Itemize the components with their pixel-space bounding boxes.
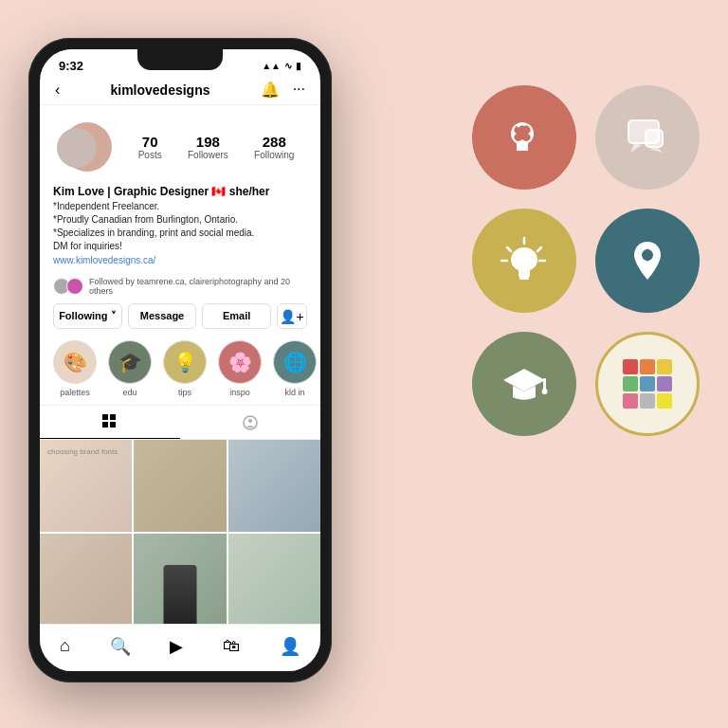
- bottom-nav: ⌂ 🔍 ▶ 🛍 👤: [40, 624, 320, 671]
- bio-section: Kim Love | Graphic Designer 🇨🇦 she/her *…: [40, 185, 320, 273]
- swatch-purple: [657, 376, 672, 391]
- svg-rect-2: [102, 422, 108, 428]
- highlight-label-kld: kld in: [284, 388, 304, 397]
- bio-name: Kim Love | Graphic Designer 🇨🇦 she/her: [53, 185, 307, 198]
- profile-nav-icon[interactable]: 👤: [280, 636, 300, 657]
- shop-nav-icon[interactable]: 🛍: [223, 636, 240, 656]
- svg-rect-1: [110, 414, 116, 420]
- posts-count: 70: [138, 134, 162, 150]
- swatch-red: [623, 359, 638, 374]
- message-button[interactable]: Message: [128, 303, 197, 329]
- highlight-kld[interactable]: 🌐 kld in: [273, 340, 317, 397]
- home-nav-icon[interactable]: ⌂: [60, 636, 70, 656]
- swatch-bright-yellow: [657, 393, 672, 409]
- more-options-icon[interactable]: ···: [293, 81, 305, 99]
- svg-rect-7: [517, 143, 528, 151]
- bulb-icon-circle[interactable]: [472, 209, 576, 313]
- bulb-icon: [498, 234, 551, 287]
- stat-followers[interactable]: 198 Followers: [188, 134, 228, 160]
- highlight-circle-tips: 💡: [163, 340, 207, 384]
- svg-marker-9: [630, 143, 642, 153]
- highlight-edu[interactable]: 🎓 edu: [108, 340, 152, 397]
- notification-icon[interactable]: 🔔: [261, 81, 280, 99]
- tagged-tab[interactable]: [180, 406, 320, 439]
- grid-cell-1[interactable]: choosing brand fonts: [40, 440, 132, 532]
- highlight-tips[interactable]: 💡 tips: [163, 340, 207, 397]
- highlight-label-tips: tips: [178, 388, 191, 397]
- grid-tab[interactable]: [40, 406, 180, 439]
- highlight-label-edu: edu: [122, 388, 136, 397]
- avatar: [53, 115, 118, 179]
- palette-icon-circle[interactable]: [595, 332, 700, 436]
- grid-cell-3[interactable]: [228, 440, 320, 532]
- signal-icon: ▲▲: [262, 61, 281, 71]
- brain-icon: [498, 111, 551, 164]
- swatch-yellow: [657, 359, 672, 374]
- search-nav-icon[interactable]: 🔍: [110, 636, 131, 657]
- svg-line-13: [537, 247, 541, 251]
- svg-point-5: [248, 419, 252, 423]
- battery-icon: ▮: [296, 61, 301, 71]
- globe-icon-circle[interactable]: [595, 209, 700, 313]
- status-time: 9:32: [59, 59, 83, 73]
- highlight-circle-palettes: 🎨: [53, 340, 97, 384]
- add-person-icon: 👤+: [280, 309, 303, 324]
- highlight-circle-inspo: 🌸: [218, 340, 262, 384]
- followers-label: Followers: [188, 150, 228, 160]
- action-buttons: Following ˅ Message Email 👤+: [40, 300, 320, 337]
- status-icons: ▲▲ ∿ ▮: [262, 61, 301, 71]
- highlight-palettes[interactable]: 🎨 palettes: [53, 340, 97, 397]
- grid-cell-4[interactable]: [40, 534, 132, 626]
- highlight-label-palettes: palettes: [60, 388, 90, 397]
- swatch-gray: [640, 393, 655, 409]
- phone-mockup: 9:32 ▲▲ ∿ ▮ ‹ kimlovedesigns 🔔 ···: [28, 38, 332, 682]
- grad-icon-circle[interactable]: [472, 332, 576, 436]
- posts-label: Posts: [138, 150, 162, 160]
- followers-count: 198: [188, 134, 228, 150]
- highlight-circle-kld: 🌐: [273, 340, 317, 384]
- highlight-circle-edu: 🎓: [108, 340, 152, 384]
- swatch-blue: [640, 376, 655, 391]
- swatch-pink: [623, 393, 638, 409]
- email-button[interactable]: Email: [202, 303, 271, 329]
- following-count: 288: [254, 134, 294, 150]
- back-button[interactable]: ‹: [55, 82, 60, 99]
- svg-rect-0: [102, 414, 108, 420]
- following-button[interactable]: Following ˅: [53, 303, 122, 329]
- phone-screen: 9:32 ▲▲ ∿ ▮ ‹ kimlovedesigns 🔔 ···: [40, 49, 320, 671]
- highlight-inspo[interactable]: 🌸 inspo: [218, 340, 262, 397]
- inspo-icon: 🌸: [228, 351, 252, 373]
- svg-marker-22: [503, 369, 545, 391]
- kld-icon: 🌐: [283, 351, 307, 373]
- tagged-icon: [242, 414, 259, 431]
- stat-posts: 70 Posts: [138, 134, 162, 160]
- reels-nav-icon[interactable]: ▶: [170, 636, 183, 657]
- status-bar: 9:32 ▲▲ ∿ ▮: [40, 49, 320, 77]
- swatch-orange: [640, 359, 655, 374]
- tips-icon: 💡: [173, 351, 197, 373]
- grid-cell-5[interactable]: [134, 534, 226, 626]
- svg-rect-3: [110, 422, 116, 428]
- chat-icon-circle[interactable]: [595, 85, 700, 190]
- grid-cell-2[interactable]: [134, 440, 226, 532]
- svg-line-16: [507, 247, 511, 251]
- highlight-label-inspo: inspo: [229, 388, 250, 397]
- profile-username: kimlovedesigns: [110, 82, 209, 98]
- globe-icon: [621, 234, 674, 287]
- highlights-row: 🎨 palettes 🎓 edu 💡 tips 🌸 inspo 🌐: [40, 337, 320, 405]
- following-label: Following: [254, 150, 294, 160]
- palettes-icon: 🎨: [64, 351, 87, 373]
- wifi-icon: ∿: [284, 61, 292, 71]
- svg-point-24: [542, 389, 548, 394]
- add-person-button[interactable]: 👤+: [277, 303, 307, 329]
- grid-icon: [101, 413, 118, 430]
- flag: 🇨🇦 she/her: [211, 185, 269, 198]
- stats-group: 70 Posts 198 Followers 288 Following: [125, 134, 307, 160]
- svg-rect-18: [519, 277, 529, 280]
- avatar-front: [57, 128, 97, 168]
- grid-cell-6[interactable]: [228, 534, 320, 626]
- followed-by: Followed by teamrene.ca, claireriphotogr…: [40, 273, 320, 300]
- bio-link[interactable]: www.kimlovedesigns.ca/: [53, 255, 307, 265]
- stat-following[interactable]: 288 Following: [254, 134, 294, 160]
- brain-icon-circle[interactable]: [472, 85, 576, 190]
